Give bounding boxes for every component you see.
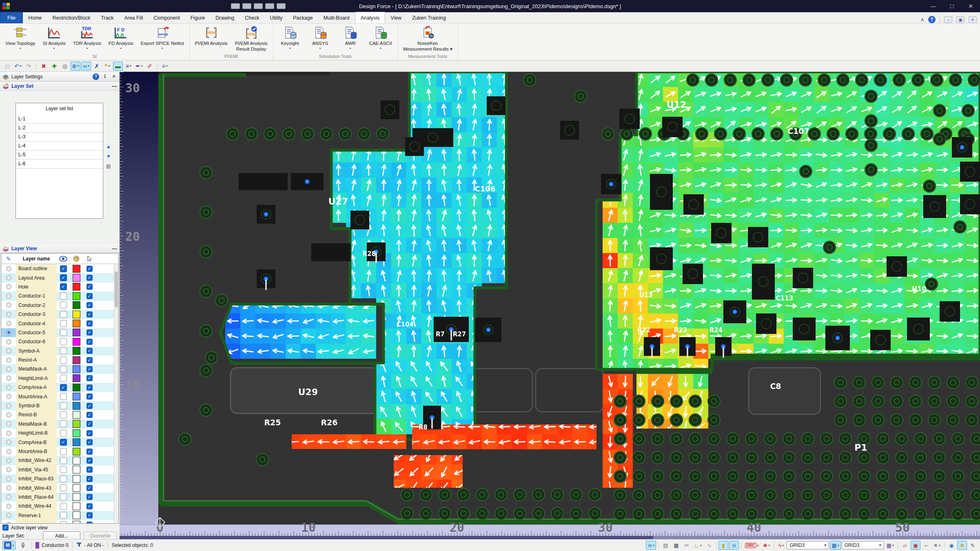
grid-toggle-2-button[interactable]: ▦▾	[885, 541, 896, 550]
select-checkbox[interactable]: ✓	[86, 266, 93, 272]
layer-select-cell[interactable]: ✓	[83, 429, 96, 438]
layer-color-cell[interactable]	[70, 474, 83, 483]
layer-name-label[interactable]: Inhibit_Place-64	[16, 493, 57, 502]
panel-close-icon[interactable]: ✕	[111, 73, 117, 80]
layer-select-cell[interactable]: ✓	[83, 392, 96, 401]
layer-current-radio[interactable]	[1, 410, 16, 419]
layer-visibility-cell[interactable]	[57, 410, 70, 419]
layer-visibility-cell[interactable]: ✓	[57, 273, 70, 282]
select-checkbox[interactable]: ✓	[86, 293, 93, 299]
clearance-check-button[interactable]: ∞▾	[81, 62, 91, 71]
layer-name-label[interactable]: CompArea-A	[16, 383, 57, 392]
dropdown-arrow-icon[interactable]: ▾	[380, 47, 381, 50]
dropdown-arrow-icon[interactable]: ▾	[162, 47, 163, 50]
layer-current-radio[interactable]	[1, 447, 16, 456]
layer-select-cell[interactable]: ✓	[83, 465, 96, 474]
comment-balloon-button[interactable]: ❝▾	[102, 62, 112, 71]
select-checkbox[interactable]: ✓	[86, 357, 93, 363]
active-layer-view-checkbox[interactable]: ✓	[2, 524, 9, 531]
layer-color-cell[interactable]	[70, 511, 83, 520]
layer-color-cell[interactable]	[70, 328, 83, 337]
part-edit-button[interactable]: ▣	[911, 541, 920, 550]
layer-name-label[interactable]: Conductor-6	[16, 337, 57, 346]
select-checkbox[interactable]: ✓	[86, 485, 93, 491]
tab-file[interactable]: File	[0, 12, 23, 23]
layer-current-radio[interactable]	[1, 511, 16, 520]
visibility-checkbox[interactable]	[60, 475, 67, 482]
select-checkbox[interactable]: ✓	[86, 339, 93, 345]
sheet-settings-button[interactable]: ✎	[968, 541, 978, 550]
tab-area-fill[interactable]: Area Fill	[119, 12, 148, 23]
delete-color-button[interactable]: ✐	[145, 62, 155, 71]
layer-select-cell[interactable]: ✓	[83, 347, 96, 355]
layer-color-cell[interactable]	[70, 355, 83, 364]
dropdown-arrow-icon[interactable]: ▾	[120, 47, 122, 50]
visibility-checkbox[interactable]	[60, 466, 67, 473]
layer-visibility-cell[interactable]	[57, 328, 70, 337]
layer-name-label[interactable]: Conductor-2	[16, 301, 57, 310]
layer-set-section-header[interactable]: Layer Set —	[0, 82, 120, 91]
layer-color-cell[interactable]	[70, 456, 83, 465]
layer-select-cell[interactable]: ✓	[83, 456, 96, 465]
layer-color-cell[interactable]	[70, 447, 83, 456]
layer-color-cell[interactable]	[70, 264, 83, 273]
zoom-box-button[interactable]: ◎	[60, 62, 70, 71]
visibility-checkbox[interactable]	[60, 375, 67, 382]
layer-select-cell[interactable]: ✓	[83, 474, 96, 483]
dropdown-arrow-icon[interactable]: ▾	[319, 47, 321, 50]
select-checkbox[interactable]: ✓	[86, 430, 93, 436]
layer-name-label[interactable]: Inhibit_Wire-44	[16, 502, 57, 511]
horizontal-scrollbar[interactable]	[120, 536, 980, 539]
layer-current-radio[interactable]	[1, 337, 16, 346]
clipboard-button[interactable]: ▤	[661, 541, 670, 550]
layer-visibility-cell[interactable]: ✓	[57, 438, 70, 447]
layer-visibility-cell[interactable]	[57, 347, 70, 355]
layer-visibility-cell[interactable]	[57, 310, 70, 319]
net-highlight-button[interactable]: ϟ▾	[776, 541, 786, 550]
layer-name-label[interactable]: Conductor-1	[16, 291, 57, 300]
tab-view[interactable]: View	[385, 12, 407, 23]
visibility-checkbox[interactable]	[60, 320, 67, 327]
move-down-button[interactable]: ▼	[106, 153, 111, 159]
tab-analysis[interactable]: Analysis	[355, 12, 386, 23]
select-checkbox[interactable]: ✓	[86, 284, 93, 290]
database-status-button[interactable]: ⊖	[729, 541, 739, 550]
layer-color-cell[interactable]	[70, 337, 83, 346]
dropdown-arrow-icon[interactable]: ▾	[86, 47, 88, 50]
layer-select-cell[interactable]: ✓	[83, 493, 96, 502]
palette-icon[interactable]	[70, 253, 83, 264]
layer-color-cell[interactable]	[70, 401, 83, 410]
layer-visibility-cell[interactable]	[57, 511, 70, 520]
layer-name-label[interactable]	[16, 520, 57, 524]
layer-visibility-cell[interactable]	[57, 392, 70, 401]
layer-view-section-header[interactable]: Layer View —	[0, 244, 120, 253]
ribbon-button-view-topology[interactable]: View Topology▾	[2, 24, 39, 53]
dropdown-arrow-icon[interactable]: ▾	[78, 64, 79, 68]
titlebar-tool-icon[interactable]	[242, 3, 251, 9]
minimize-button[interactable]: —	[924, 0, 942, 12]
dropdown-arrow-icon[interactable]: ▾	[130, 64, 131, 68]
layer-current-radio[interactable]	[1, 520, 16, 524]
dropdown-arrow-icon[interactable]: ▾	[653, 544, 654, 547]
ribbon-button-fd-analysis[interactable]: F DFD Analysis▾	[105, 24, 137, 53]
layer-current-radio[interactable]	[1, 483, 16, 492]
layer-current-radio[interactable]	[1, 273, 16, 282]
layer-visibility-cell[interactable]	[57, 465, 70, 474]
layer-color-cell[interactable]	[70, 301, 83, 310]
list-page-button[interactable]: ▤	[106, 163, 111, 169]
layer-color-cell[interactable]	[70, 282, 83, 291]
select-checkbox[interactable]: ✓	[86, 375, 93, 381]
layer-name-label[interactable]: Resist-A	[16, 355, 57, 364]
layer-current-radio[interactable]	[1, 291, 16, 300]
layer-color-cell[interactable]	[70, 420, 83, 429]
dropdown-arrow-icon[interactable]: ▾	[700, 544, 702, 547]
layer-visibility-cell[interactable]	[57, 483, 70, 492]
layer-select-cell[interactable]: ✓	[83, 337, 96, 346]
layer-select-cell[interactable]: ✓	[83, 383, 96, 392]
tab-restriction-block[interactable]: Restriction/Block	[47, 12, 96, 23]
select-checkbox[interactable]: ✓	[86, 439, 93, 445]
layer-current-radio[interactable]	[1, 420, 16, 429]
layer-current-radio[interactable]	[1, 401, 16, 410]
view-eye-button[interactable]: ◉	[947, 541, 956, 550]
layer-current-radio[interactable]	[1, 319, 16, 328]
